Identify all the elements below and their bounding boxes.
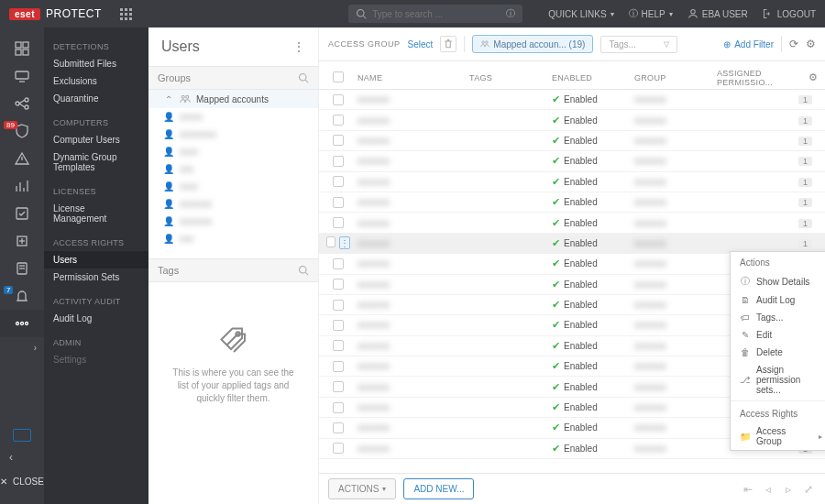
rail-alerts-icon[interactable] xyxy=(0,145,44,172)
ctx-access-group[interactable]: 📁Access Group▸ xyxy=(731,422,825,450)
page-prev-icon[interactable]: ◃ xyxy=(761,483,776,496)
rail-dashboard-icon[interactable] xyxy=(0,35,44,62)
nav-item[interactable]: Settings xyxy=(44,351,148,368)
select-all-checkbox[interactable] xyxy=(333,71,344,82)
row-checkbox[interactable] xyxy=(333,300,344,311)
rail-back-icon[interactable]: ‹ xyxy=(0,447,44,467)
nav-item[interactable]: Users xyxy=(44,251,148,268)
row-checkbox[interactable] xyxy=(333,156,344,167)
col-tags[interactable]: TAGS xyxy=(469,73,552,82)
rail-policies-icon[interactable] xyxy=(0,255,44,282)
row-more-icon[interactable]: ⋮ xyxy=(339,236,350,249)
group-row[interactable]: 👤xxx xyxy=(148,230,318,247)
ctx-show-details[interactable]: ⓘShow Details xyxy=(731,271,825,291)
document-icon: 🗎 xyxy=(740,295,751,305)
row-checkbox[interactable] xyxy=(333,443,344,454)
search-help-icon[interactable]: ⓘ xyxy=(506,7,515,20)
row-checkbox[interactable] xyxy=(333,135,344,146)
group-row[interactable]: ⌃Mapped accounts xyxy=(148,90,318,108)
tags-filter[interactable]: Tags... ▽ xyxy=(600,36,676,53)
nav-item[interactable]: Permission Sets xyxy=(44,268,148,286)
row-checkbox[interactable] xyxy=(333,176,344,187)
table-row[interactable]: xxxxxxx✔Enabledxxxxxxx1 xyxy=(319,131,825,151)
row-checkbox[interactable] xyxy=(326,236,336,247)
nav-item[interactable]: Audit Log xyxy=(44,310,148,327)
filter-chip-mapped-accounts[interactable]: Mapped accoun... (19) xyxy=(472,35,593,53)
rail-reports-icon[interactable] xyxy=(0,172,44,200)
table-row[interactable]: xxxxxxx✔Enabledxxxxxxx1 xyxy=(319,213,825,233)
search-input[interactable] xyxy=(372,9,506,19)
row-checkbox[interactable] xyxy=(333,279,344,290)
row-checkbox[interactable] xyxy=(333,217,344,228)
nav-item[interactable]: Submitted Files xyxy=(44,55,148,72)
columns-gear-icon[interactable]: ⚙ xyxy=(798,71,818,83)
table-row[interactable]: xxxxxxx✔Enabledxxxxxxx1 xyxy=(319,172,825,192)
rail-console-status-icon[interactable] xyxy=(0,423,44,447)
group-row[interactable]: 👤xxxxxxxx xyxy=(148,126,318,143)
group-row[interactable]: 👤xxx xyxy=(148,160,318,178)
col-group[interactable]: GROUP xyxy=(634,73,717,82)
global-search[interactable]: ⓘ xyxy=(348,5,522,23)
rail-notify-icon[interactable]: 7 xyxy=(0,282,44,310)
rail-threats-icon[interactable]: 89 xyxy=(0,117,44,145)
apps-grid-icon[interactable] xyxy=(120,8,131,19)
row-checkbox[interactable] xyxy=(333,381,344,392)
rail-more-icon[interactable] xyxy=(0,310,44,337)
table-row[interactable]: xxxxxxx✔Enabledxxxxxxx1 xyxy=(319,90,825,110)
group-row[interactable]: 👤xxxxxxx xyxy=(148,213,318,230)
page-first-icon[interactable]: ⇤ xyxy=(741,483,755,496)
page-settings-icon[interactable]: ⤢ xyxy=(801,483,816,496)
rail-expand-icon[interactable]: › xyxy=(0,337,44,357)
access-group-select[interactable]: Select xyxy=(408,39,434,49)
rail-installers-icon[interactable] xyxy=(0,227,44,255)
help-menu[interactable]: ⓘHELP▾ xyxy=(629,7,673,20)
close-button[interactable]: ✕ CLOSE xyxy=(0,467,44,495)
col-permissions[interactable]: ASSIGNED PERMISSIO... xyxy=(717,69,798,87)
page-next-icon[interactable]: ▹ xyxy=(781,483,796,496)
row-checkbox[interactable] xyxy=(333,258,344,269)
page-more-icon[interactable]: ⋮ xyxy=(292,39,305,54)
nav-item[interactable]: License Management xyxy=(44,200,148,227)
actions-button[interactable]: ACTIONS▾ xyxy=(328,478,396,499)
table-row[interactable]: xxxxxxx✔Enabledxxxxxxx1 xyxy=(319,151,825,171)
group-row[interactable]: 👤xxxx xyxy=(148,178,318,195)
add-filter-button[interactable]: ⊕ Add Filter xyxy=(723,39,774,49)
ctx-tags[interactable]: 🏷Tags... xyxy=(731,309,825,326)
rail-tasks-icon[interactable] xyxy=(0,200,44,227)
rail-computers-icon[interactable] xyxy=(0,62,44,90)
logout-button[interactable]: LOGOUT xyxy=(763,8,816,19)
table-row[interactable]: xxxxxxx✔Enabledxxxxxxx1 xyxy=(319,110,825,130)
ctx-audit-log[interactable]: 🗎Audit Log xyxy=(731,291,825,309)
row-checkbox[interactable] xyxy=(333,197,344,208)
user-menu[interactable]: EBA USER xyxy=(688,8,748,19)
row-checkbox[interactable] xyxy=(333,361,344,372)
col-enabled[interactable]: ENABLED xyxy=(552,73,634,82)
nav-item[interactable]: Exclusions xyxy=(44,72,148,90)
ctx-assign-permission-sets[interactable]: ⎇Assign permission sets... xyxy=(731,361,825,399)
cell-group: xxxxxxx xyxy=(634,197,666,207)
row-checkbox[interactable] xyxy=(333,94,344,105)
group-row[interactable]: 👤xxxxxxx xyxy=(148,195,318,213)
nav-item[interactable]: Computer Users xyxy=(44,131,148,148)
group-row[interactable]: 👤xxxx xyxy=(148,143,318,160)
search-icon[interactable] xyxy=(298,72,309,83)
add-new-button[interactable]: ADD NEW... xyxy=(403,478,474,499)
col-name[interactable]: NAME xyxy=(350,73,469,82)
row-checkbox[interactable] xyxy=(333,115,344,126)
ctx-delete[interactable]: 🗑Delete xyxy=(731,344,825,361)
nav-item[interactable]: Quarantine xyxy=(44,90,148,107)
nav-item[interactable]: Dynamic Group Templates xyxy=(44,148,148,176)
search-icon[interactable] xyxy=(298,265,309,276)
refresh-icon[interactable]: ⟳ xyxy=(789,38,798,50)
access-group-clear-icon[interactable] xyxy=(440,36,456,52)
ctx-edit[interactable]: ✎Edit xyxy=(731,326,825,344)
row-checkbox[interactable] xyxy=(333,402,344,413)
quick-links-menu[interactable]: QUICK LINKS▾ xyxy=(548,9,613,19)
group-row[interactable]: 👤xxxxx xyxy=(148,108,318,126)
table-row[interactable]: xxxxxxx✔Enabledxxxxxxx1 xyxy=(319,192,825,213)
row-checkbox[interactable] xyxy=(333,340,344,351)
rail-network-icon[interactable] xyxy=(0,90,44,117)
row-checkbox[interactable] xyxy=(333,320,344,331)
row-checkbox[interactable] xyxy=(333,422,344,433)
presets-icon[interactable]: ⚙ xyxy=(806,38,816,50)
